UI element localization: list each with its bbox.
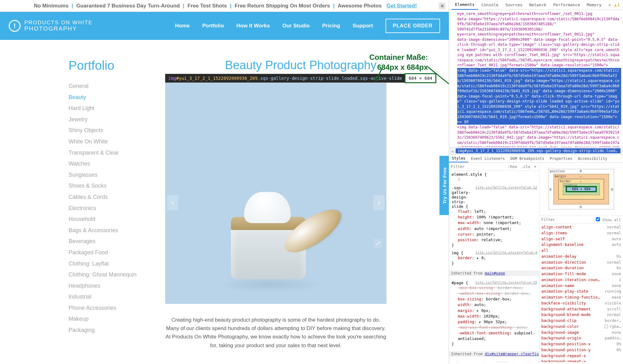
dom-node[interactable]: eye_care_smoothing+eye+patches+with+corn… xyxy=(457,11,621,17)
gallery-image[interactable] xyxy=(165,83,386,304)
box-model[interactable]: position margin border padding 684 × 684… xyxy=(539,163,623,216)
devtools-pane: ElementsConsoleSourcesNetworkPerformance… xyxy=(449,0,623,364)
computed-pane[interactable]: position margin border padding 684 × 684… xyxy=(539,163,623,362)
devtools-menu[interactable]: ⋮ xyxy=(622,2,623,7)
sidebar-item[interactable]: Transparent & Clear xyxy=(69,147,146,159)
nav-link[interactable]: Pricing xyxy=(322,23,340,29)
nav-link[interactable]: Home xyxy=(175,23,189,29)
sidebar-item[interactable]: Beauty xyxy=(69,92,146,103)
devtools-warning-badge[interactable]: ▲1 xyxy=(614,2,622,7)
portfolio-sidebar: Portfolio GeneralBeautyHard LightJewelry… xyxy=(69,59,146,350)
computed-property[interactable]: animation-play-staterunning xyxy=(541,289,621,295)
devtools-tab[interactable]: Performance xyxy=(550,0,583,10)
page-description: Creating high-end beauty product photogr… xyxy=(165,316,386,350)
computed-property[interactable]: background-attachmentscroll xyxy=(541,306,621,312)
devtools-tab[interactable]: Sources xyxy=(502,0,526,10)
computed-property[interactable]: all xyxy=(541,248,621,254)
computed-property[interactable]: animation-directionnormal xyxy=(541,260,621,266)
styles-sub-tab[interactable]: Styles xyxy=(449,155,468,162)
sidebar-item[interactable]: Household xyxy=(69,214,146,225)
sidebar-item[interactable]: Watches xyxy=(69,158,146,170)
sidebar-item[interactable]: Cables & Cords xyxy=(69,192,146,203)
computed-property[interactable]: backface-visibilityvisible xyxy=(541,300,621,306)
get-started-link[interactable]: Get Started! xyxy=(386,3,417,9)
computed-property[interactable]: animation-duration0s xyxy=(541,265,621,271)
nav-link[interactable]: Portfolio xyxy=(202,23,224,29)
sidebar-item[interactable]: Jewelry xyxy=(69,114,146,125)
gallery-expand-button[interactable]: ⤢ xyxy=(373,239,383,248)
sidebar-item[interactable]: Industrial xyxy=(69,291,146,303)
sidebar-item[interactable]: Makeup xyxy=(69,314,146,325)
dom-node[interactable]: <img data-load="false" data-src="https:/… xyxy=(457,68,621,125)
computed-property[interactable]: background-clipborder… xyxy=(541,318,621,324)
computed-property[interactable]: animation-iteration-coun…1 xyxy=(541,277,621,283)
computed-property[interactable]: background-repeat-y xyxy=(541,359,621,362)
sidebar-item[interactable]: Clothing: Layflat xyxy=(69,258,146,270)
place-order-button[interactable]: PLACE ORDER xyxy=(386,19,440,33)
sidebar-item[interactable]: White On White xyxy=(69,136,146,147)
computed-property[interactable]: align-contentnormal xyxy=(541,224,621,230)
gallery-prev-button[interactable]: ‹ xyxy=(167,195,178,210)
styles-sub-tab[interactable]: DOM Breakpoints xyxy=(508,155,547,162)
sidebar-item[interactable]: Bags & Accessories xyxy=(69,225,146,236)
devtools-tab[interactable]: Memory xyxy=(583,0,605,10)
show-all-toggle[interactable]: Show all xyxy=(596,217,621,222)
computed-filter-input[interactable] xyxy=(541,218,594,222)
dom-node[interactable]: <img data-load="false" data-src="https:/… xyxy=(457,125,621,147)
computed-property[interactable]: background-repeat-x xyxy=(541,353,621,359)
logo-mark-icon: ! xyxy=(9,20,21,32)
styles-rules-pane[interactable]: :hov .cls + element.style {}.sqs-gallery… xyxy=(449,163,539,362)
computed-property[interactable]: alignment-baselineauto xyxy=(541,242,621,248)
computed-property[interactable]: animation-namenone xyxy=(541,283,621,289)
computed-property[interactable]: background-originpaddin… xyxy=(541,335,621,341)
sidebar-item[interactable]: Headphones xyxy=(69,280,146,292)
sidebar-item[interactable]: Packaged Food xyxy=(69,247,146,258)
computed-property[interactable]: background-position-y0% xyxy=(541,347,621,353)
sidebar-item[interactable]: Shiny Objects xyxy=(69,125,146,136)
main-nav: ! PRODUCTS ON WHITE PHOTOGRAPHY HomePort… xyxy=(0,12,449,40)
dom-node[interactable]: data-image-dimensions="2000x2000" data-i… xyxy=(457,37,621,68)
computed-property[interactable]: animation-fill-modenone xyxy=(541,271,621,277)
devtools-tab[interactable]: Network xyxy=(526,0,550,10)
sidebar-item[interactable]: Sunglasses xyxy=(69,170,146,181)
styles-sub-tab[interactable]: Event Listeners xyxy=(468,155,507,162)
banner-close-button[interactable]: ✕ xyxy=(439,2,446,9)
sidebar-item[interactable]: Shoes & Socks xyxy=(69,180,146,192)
computed-property[interactable]: background-imagenone xyxy=(541,330,621,336)
sidebar-item[interactable]: Packaging xyxy=(69,325,146,336)
computed-property[interactable]: align-itemsnormal xyxy=(541,230,621,236)
computed-property[interactable]: background-position-x0% xyxy=(541,341,621,347)
devtools-tab[interactable]: Elements xyxy=(452,0,478,10)
dom-node[interactable]: 599f41d7f5e2316904c897e/1503690305188/ xyxy=(457,27,621,32)
gallery-next-button[interactable]: › xyxy=(373,195,385,210)
nav-link[interactable]: Support xyxy=(352,23,373,29)
sidebar-item[interactable]: Beverages xyxy=(69,236,146,247)
new-rule-button[interactable]: + xyxy=(533,164,537,169)
nav-link[interactable]: Our Studio xyxy=(282,23,310,29)
sidebar-item[interactable]: Clothing: Ghost Mannequin xyxy=(69,269,146,280)
dom-node[interactable]: data-image="https://static1.squarespace.… xyxy=(457,17,621,27)
devtools-more-tabs[interactable]: » xyxy=(605,0,614,10)
computed-property[interactable]: background-blend-modenormal xyxy=(541,312,621,318)
styles-sub-tab[interactable]: Properties xyxy=(547,155,575,162)
computed-property[interactable]: animation-delay0s xyxy=(541,254,621,260)
sidebar-item[interactable]: Electronics xyxy=(69,203,146,214)
sidebar-item[interactable]: General xyxy=(69,81,146,92)
nav-link[interactable]: How It Works xyxy=(237,23,270,29)
hov-toggle[interactable]: :hov xyxy=(507,164,518,169)
elements-breadcrumb[interactable]: … img#yui_3_17_2_1_1522092006936_209.sqs… xyxy=(449,147,623,155)
computed-property[interactable]: animation-timing-functio…ease xyxy=(541,295,621,300)
product-gallery[interactable]: ‹ › ⤢ xyxy=(165,83,386,304)
devtools-tab-bar: ElementsConsoleSourcesNetworkPerformance… xyxy=(449,0,623,10)
logo[interactable]: ! PRODUCTS ON WHITE PHOTOGRAPHY xyxy=(9,20,93,32)
cls-toggle[interactable]: .cls xyxy=(520,164,531,169)
computed-property[interactable]: align-selfauto xyxy=(541,236,621,242)
sidebar-item[interactable]: Phone Accessories xyxy=(69,303,146,314)
styles-filter-input[interactable] xyxy=(451,165,505,169)
sidebar-item[interactable]: Hard Light xyxy=(69,103,146,114)
dom-node[interactable]: eye+care_smoothing+eye+patches+with+corn… xyxy=(457,32,621,37)
styles-sub-tab[interactable]: Accessibility xyxy=(575,155,610,162)
computed-property[interactable]: background-colorrgba… xyxy=(541,324,621,330)
devtools-tab[interactable]: Console xyxy=(478,0,502,10)
elements-tree[interactable]: eye_care_smoothing+eye+patches+with+corn… xyxy=(449,10,623,147)
